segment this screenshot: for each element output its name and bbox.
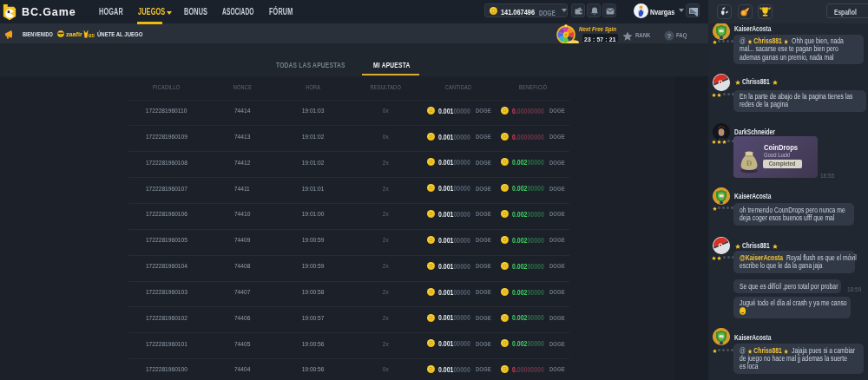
svg-text:?: ?: [667, 32, 672, 40]
svg-text:Đ: Đ: [746, 159, 753, 167]
